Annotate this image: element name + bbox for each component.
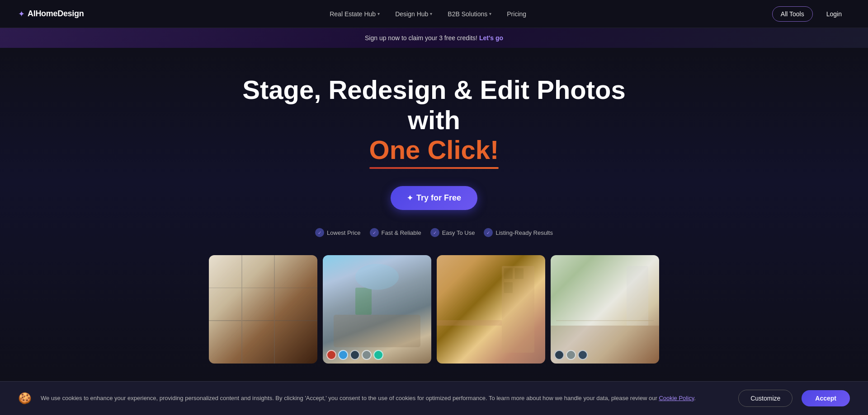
svg-rect-0 xyxy=(209,320,317,321)
hero-headline: Stage, Redesign & Edit Photos with One C… xyxy=(231,75,637,165)
nav-actions: All Tools Login xyxy=(772,6,850,22)
headline-part2: One Click! xyxy=(369,135,499,165)
try-for-free-button[interactable]: ✦ Try for Free xyxy=(391,186,477,210)
svg-rect-11 xyxy=(437,320,502,326)
logo-icon: ✦ xyxy=(18,9,25,19)
badge-label: Lowest Price xyxy=(327,229,360,236)
room-image-1 xyxy=(209,255,317,364)
check-icon: ✓ xyxy=(484,228,493,237)
top-banner: Sign up now to claim your 3 free credits… xyxy=(0,28,868,48)
svg-rect-5 xyxy=(355,288,372,315)
badge-fast-reliable: ✓ Fast & Reliable xyxy=(370,228,421,237)
swatch-gray xyxy=(362,350,372,360)
headline-part1: Stage, Redesign & Edit Photos with xyxy=(242,75,626,135)
swatch-teal xyxy=(373,350,383,360)
room-image-grid xyxy=(145,246,723,364)
badge-label: Listing-Ready Results xyxy=(495,229,552,236)
logo-text: AIHomeDesign xyxy=(28,9,84,19)
svg-rect-2 xyxy=(274,255,275,364)
svg-rect-9 xyxy=(515,268,524,279)
login-button[interactable]: Login xyxy=(818,7,850,21)
swatch-navy xyxy=(578,350,588,360)
nav-design-hub[interactable]: Design Hub ▾ xyxy=(389,7,439,21)
feature-badges: ✓ Lowest Price ✓ Fast & Reliable ✓ Easy … xyxy=(9,228,859,237)
svg-rect-14 xyxy=(556,320,654,321)
badge-label: Easy To Use xyxy=(442,229,475,236)
chevron-down-icon: ▾ xyxy=(430,11,432,16)
room-image-3 xyxy=(437,255,545,364)
svg-rect-10 xyxy=(504,282,513,293)
banner-link[interactable]: Let's go xyxy=(479,34,503,42)
swatch-dark xyxy=(350,350,360,360)
swatch-blue xyxy=(338,350,348,360)
badge-easy-to-use: ✓ Easy To Use xyxy=(430,228,475,237)
svg-rect-3 xyxy=(209,288,317,288)
badge-label: Fast & Reliable xyxy=(382,229,421,236)
nav-real-estate-hub[interactable]: Real Estate Hub ▾ xyxy=(323,7,386,21)
nav-b2b-solutions[interactable]: B2B Solutions ▾ xyxy=(441,7,498,21)
room-image-2 xyxy=(323,255,431,364)
swatch-red xyxy=(326,350,336,360)
swatch-dark2 xyxy=(554,350,564,360)
nav-pricing[interactable]: Pricing xyxy=(500,7,533,21)
navbar: ✦ AIHomeDesign Real Estate Hub ▾ Design … xyxy=(0,0,868,28)
svg-rect-8 xyxy=(504,268,513,279)
all-tools-button[interactable]: All Tools xyxy=(772,6,813,22)
check-icon: ✓ xyxy=(370,228,379,237)
chevron-down-icon: ▾ xyxy=(489,11,491,16)
check-icon: ✓ xyxy=(315,228,324,237)
cookie-banner: 🍪 We use cookies to enhance your experie… xyxy=(0,381,868,382)
badge-listing-ready: ✓ Listing-Ready Results xyxy=(484,228,552,237)
svg-point-6 xyxy=(355,264,399,290)
chevron-down-icon: ▾ xyxy=(377,11,380,16)
logo[interactable]: ✦ AIHomeDesign xyxy=(18,9,84,19)
sparkle-icon: ✦ xyxy=(407,194,413,202)
room-image-4 xyxy=(551,255,659,364)
svg-rect-4 xyxy=(334,315,420,347)
check-icon: ✓ xyxy=(430,228,439,237)
svg-rect-13 xyxy=(627,266,648,326)
nav-links: Real Estate Hub ▾ Design Hub ▾ B2B Solut… xyxy=(323,7,533,21)
banner-text: Sign up now to claim your 3 free credits… xyxy=(365,34,477,42)
swatch-gray2 xyxy=(566,350,576,360)
badge-lowest-price: ✓ Lowest Price xyxy=(315,228,360,237)
hero-section: Stage, Redesign & Edit Photos with One C… xyxy=(0,48,868,382)
try-button-label: Try for Free xyxy=(416,193,461,203)
svg-rect-1 xyxy=(241,255,242,364)
